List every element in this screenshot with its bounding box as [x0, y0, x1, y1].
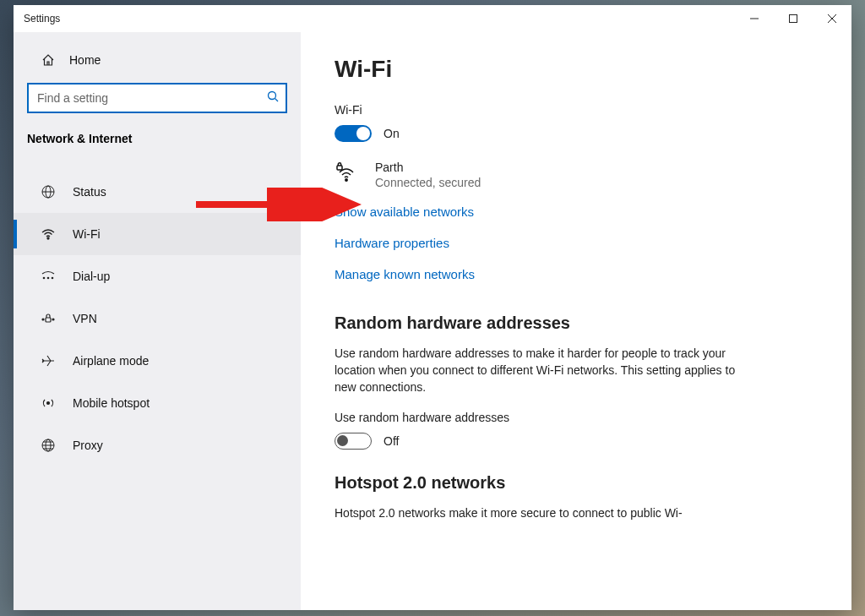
wifi-toggle-label: Wi-Fi: [335, 103, 818, 117]
random-hw-toggle-state: Off: [384, 434, 399, 448]
svg-point-4: [269, 92, 276, 100]
link-show-available-networks[interactable]: Show available networks: [335, 196, 818, 227]
svg-rect-23: [337, 166, 342, 170]
search-box[interactable]: [27, 83, 287, 113]
sidebar-item-status[interactable]: Status: [14, 171, 301, 213]
random-hw-toggle-label: Use random hardware addresses: [335, 411, 818, 424]
current-network[interactable]: Parth Connected, secured: [335, 157, 818, 196]
sidebar-item-label: Airplane mode: [73, 354, 149, 368]
hotspot20-desc: Hotspot 2.0 networks make it more secure…: [335, 504, 757, 521]
page-title: Wi-Fi: [335, 56, 818, 83]
svg-line-5: [275, 99, 279, 102]
network-name: Parth: [375, 161, 481, 174]
sidebar-item-vpn[interactable]: VPN: [14, 297, 301, 340]
random-hw-desc: Use random hardware addresses to make it…: [335, 345, 757, 395]
svg-point-15: [52, 319, 54, 320]
home-icon: [41, 52, 56, 68]
close-button[interactable]: [813, 5, 851, 32]
sidebar-list: Status Wi-Fi: [14, 155, 301, 466]
window-title: Settings: [14, 5, 735, 32]
sidebar-item-label: Proxy: [73, 439, 103, 452]
home-label: Home: [69, 53, 101, 67]
sidebar-item-dialup[interactable]: Dial-up: [14, 255, 301, 297]
svg-point-9: [47, 237, 49, 239]
maximize-button[interactable]: [774, 5, 813, 32]
svg-rect-13: [46, 318, 51, 322]
sidebar-home[interactable]: Home: [14, 44, 301, 76]
dialup-icon: [41, 269, 56, 284]
sidebar-item-label: Mobile hotspot: [73, 396, 150, 410]
random-hw-toggle[interactable]: [335, 433, 372, 450]
random-hw-heading: Random hardware addresses: [335, 313, 818, 333]
svg-point-14: [42, 319, 44, 320]
sidebar-item-airplane[interactable]: Airplane mode: [14, 340, 301, 382]
wifi-icon: [41, 226, 56, 242]
sidebar-item-label: Wi-Fi: [73, 227, 101, 241]
hotspot20-heading: Hotspot 2.0 networks: [335, 473, 818, 493]
wifi-toggle-state: On: [384, 127, 400, 140]
wifi-secured-icon: [335, 161, 360, 188]
network-status: Connected, secured: [375, 176, 481, 189]
svg-point-22: [345, 179, 347, 181]
hotspot-icon: [41, 395, 56, 411]
svg-rect-1: [790, 15, 797, 23]
sidebar: Home Network & Internet: [14, 32, 301, 610]
titlebar: Settings: [14, 5, 851, 32]
sidebar-item-label: Dial-up: [73, 270, 110, 283]
sidebar-item-label: VPN: [73, 312, 97, 325]
link-manage-known-networks[interactable]: Manage known networks: [335, 259, 818, 290]
sidebar-item-label: Status: [73, 185, 106, 199]
search-input[interactable]: [29, 84, 286, 112]
sidebar-item-wifi[interactable]: Wi-Fi: [14, 213, 301, 255]
sidebar-item-proxy[interactable]: Proxy: [14, 424, 301, 466]
search-icon: [267, 90, 279, 106]
svg-point-16: [47, 402, 50, 405]
svg-point-10: [43, 277, 46, 280]
globe-grid-icon: [41, 184, 56, 199]
settings-window: Settings Home: [14, 5, 851, 610]
category-label: Network & Internet: [14, 122, 301, 155]
airplane-icon: [41, 353, 56, 368]
proxy-globe-icon: [41, 438, 56, 453]
svg-point-12: [52, 277, 54, 280]
wifi-toggle[interactable]: [335, 125, 372, 142]
vpn-icon: [41, 311, 56, 326]
svg-point-11: [47, 277, 50, 280]
main-panel: Wi-Fi Wi-Fi On Parth Connected, s: [301, 32, 851, 610]
link-hardware-properties[interactable]: Hardware properties: [335, 227, 818, 259]
sidebar-item-hotspot[interactable]: Mobile hotspot: [14, 382, 301, 424]
minimize-button[interactable]: [735, 5, 774, 32]
